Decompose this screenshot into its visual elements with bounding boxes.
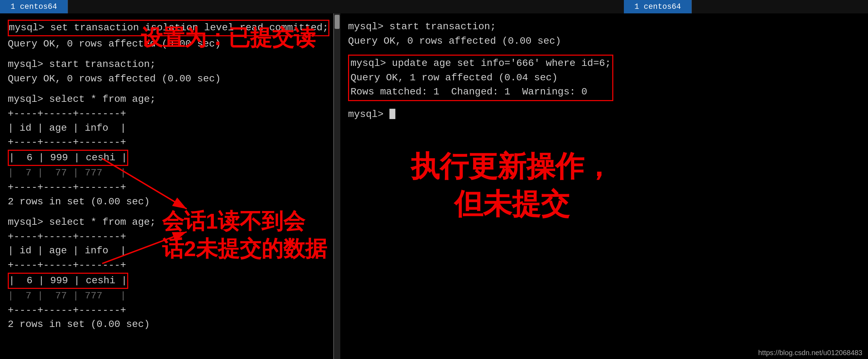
row-6-text-2: | 6 | 999 | ceshi | [9,275,127,286]
row-6-box-1: | 6 | 999 | ceshi | [8,150,128,166]
scrollbar-thumb[interactable] [335,15,340,29]
start-transaction-right: mysql> start transaction; [348,20,860,34]
annotation-set-isolation-text: 设置为：已提交读 [141,24,316,51]
update-query-ok: Query OK, 1 row affected (0.04 sec) [351,71,611,85]
annotation-update-text: 执行更新操作，但未提交 [411,148,613,223]
update-cmd: mysql> update age set info='666' where i… [351,56,611,71]
right-panel: mysql> start transaction; Query OK, 0 ro… [340,13,868,359]
annotation-no-dirty-read: 会话1读不到会 话2未提交的数据 [162,197,327,273]
table-sep-1a: +----+-----+-------+ [8,107,326,121]
mysql-prompt-right: mysql> █ [348,107,860,122]
table-sep-1c: +----+-----+-------+ [8,180,326,195]
annotation-no-dirty-read-text: 会话1读不到会 话2未提交的数据 [162,208,327,262]
update-rows-matched: Rows matched: 1 Changed: 1 Warnings: 0 [351,85,611,99]
rows-in-set-2: 2 rows in set (0.00 sec) [8,317,326,332]
annotation-update: 执行更新操作，但未提交 [411,137,613,234]
table-sep-1b: +----+-----+-------+ [8,135,326,150]
content-area: mysql> set transaction isolation level r… [0,13,868,359]
query-ok-right-1: Query OK, 0 rows affected (0.00 sec) [348,34,860,49]
select-1: mysql> select * from age; [8,92,326,107]
scrollbar[interactable] [334,13,340,359]
table-header-1: | id | age | info | [8,121,326,136]
tab-left[interactable]: 1 centos64 [0,0,68,13]
row-6-text-1: | 6 | 999 | ceshi | [9,152,127,163]
row-6-box-2: | 6 | 999 | ceshi | [8,273,128,289]
table-sep-2c: +----+-----+-------+ [8,303,326,318]
query-ok-2: Query OK, 0 rows affected (0.00 sec) [8,72,326,86]
annotation-set-isolation: 设置为：已提交读 [141,24,316,51]
update-box: mysql> update age set info='666' where i… [348,55,613,101]
url-bar: https://blog.csdn.net/u012068483 [758,349,862,357]
tab-left-label: 1 centos64 [11,2,57,11]
top-bar: 1 centos64 1 centos64 [0,0,868,13]
start-transaction-left: mysql> start transaction; [8,57,326,72]
left-panel: mysql> set transaction isolation level r… [0,13,334,359]
row-7-1: | 7 | 77 | 777 | [8,166,326,180]
tab-right[interactable]: 1 centos64 [624,0,692,13]
tab-right-label: 1 centos64 [634,2,681,11]
row-7-2: | 7 | 77 | 777 | [8,289,326,303]
